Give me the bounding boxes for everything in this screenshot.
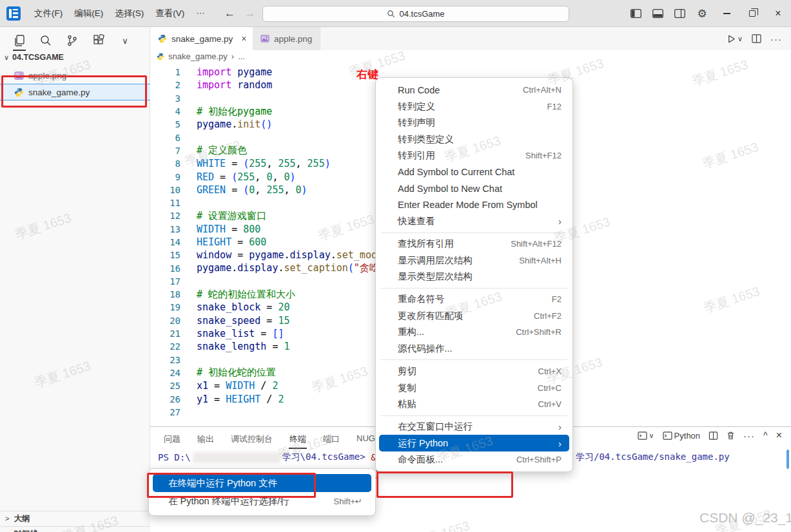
minimize-button[interactable]	[714, 0, 739, 27]
terminal-list-item-python[interactable]: Python	[663, 431, 700, 441]
context-menu-item-11[interactable]: 显示调用层次结构Shift+Alt+H	[379, 252, 569, 269]
close-panel-icon[interactable]: ×	[776, 430, 782, 441]
line-number[interactable]: 2	[150, 80, 181, 90]
line-number[interactable]: 12	[150, 211, 181, 221]
context-menu-item-15[interactable]: 更改所有匹配项Ctrl+F2	[379, 308, 569, 325]
search-icon[interactable]	[38, 32, 54, 50]
extensions-icon[interactable]	[91, 32, 106, 50]
restore-button[interactable]	[739, 0, 765, 27]
line-number[interactable]: 15	[150, 250, 181, 260]
line-number[interactable]: 16	[150, 263, 181, 274]
line-number[interactable]: 7	[150, 146, 181, 156]
terminal-dropdown-chevron-icon[interactable]: ∨	[649, 432, 654, 440]
line-number[interactable]: 23	[150, 355, 181, 365]
context-menu-item-21[interactable]: 粘贴Ctrl+V	[379, 396, 569, 413]
maximize-panel-icon[interactable]: ^	[763, 430, 768, 441]
context-menu-item-25[interactable]: 命令面板...Ctrl+Shift+P	[379, 451, 569, 468]
menubar-item-1[interactable]: 编辑(E)	[68, 5, 109, 22]
line-number[interactable]: 26	[150, 394, 181, 404]
explorer-icon[interactable]	[12, 32, 27, 50]
context-menu-item-16[interactable]: 重构...Ctrl+Shift+R	[379, 324, 569, 341]
menu-item-label: Enter Reader Mode From Symbol	[398, 200, 538, 210]
terminal-command-line[interactable]: PS D:\ 学习\04.tcsGame> & D:/P	[158, 451, 404, 463]
context-menu-item-1[interactable]: 转到定义F12	[379, 99, 569, 115]
toggle-secondary-sidebar-icon[interactable]	[669, 0, 690, 27]
kill-terminal-trash-icon[interactable]	[727, 431, 735, 440]
context-menu-item-17[interactable]: 源代码操作...	[379, 341, 569, 357]
context-menu-item-2[interactable]: 转到声明	[379, 115, 569, 131]
split-terminal-icon[interactable]	[708, 432, 718, 440]
more-actions-icon[interactable]: ···	[770, 33, 782, 44]
toggle-panel-icon[interactable]	[647, 0, 669, 27]
outline-section-header[interactable]: > 大纲	[0, 511, 150, 526]
tab-snake-game-py[interactable]: snake_game.py ×	[150, 27, 255, 50]
panel-tab-1[interactable]: 输出	[197, 431, 215, 449]
line-number[interactable]: 24	[150, 368, 181, 378]
line-number[interactable]: 18	[150, 289, 181, 299]
run-dropdown-chevron-icon[interactable]: ∨	[737, 35, 743, 43]
context-menu-item-7[interactable]: Enter Reader Mode From Symbol	[379, 197, 569, 214]
command-center-search[interactable]: 04.tcsGame	[262, 6, 569, 22]
context-menu-item-0[interactable]: Run CodeCtrl+Alt+N	[379, 82, 569, 99]
line-number[interactable]: 13	[150, 224, 181, 234]
close-button[interactable]: ×	[765, 0, 791, 27]
context-menu-item-12[interactable]: 显示类型层次结构	[379, 269, 569, 285]
line-number[interactable]: 21	[150, 328, 181, 339]
line-number[interactable]: 17	[150, 276, 181, 287]
line-number[interactable]: 14	[150, 237, 181, 247]
line-number[interactable]: 10	[150, 185, 181, 195]
line-number[interactable]: 22	[150, 341, 181, 352]
context-menu-item-8[interactable]: 快速查看›	[379, 213, 569, 230]
context-menu-item-4[interactable]: 转到引用Shift+F12	[379, 147, 569, 164]
context-menu-item-19[interactable]: 剪切Ctrl+X	[379, 363, 569, 380]
context-menu-item-24[interactable]: 运行 Python›	[379, 435, 569, 451]
explorer-root-folder[interactable]: ∨ 04.TCSGAME	[4, 53, 64, 62]
menubar-item-2[interactable]: 选择(S)	[109, 5, 150, 22]
panel-tab-2[interactable]: 调试控制台	[230, 431, 273, 449]
settings-gear-icon[interactable]: ⚙	[690, 7, 714, 21]
context-menu-item-3[interactable]: 转到类型定义	[379, 131, 569, 148]
context-menu-item-10[interactable]: 查找所有引用Shift+Alt+F12	[379, 236, 569, 252]
panel-tab-3[interactable]: 终端	[289, 431, 307, 449]
line-number[interactable]: 1	[150, 67, 181, 77]
panel-tab-4[interactable]: 端口	[322, 431, 340, 449]
context-menu-item-20[interactable]: 复制Ctrl+C	[379, 379, 569, 396]
menu-item-label: 命令面板...	[398, 453, 443, 466]
source-control-icon[interactable]	[64, 32, 80, 50]
toggle-sidebar-icon[interactable]	[625, 0, 647, 27]
menubar-item-0[interactable]: 文件(F)	[28, 5, 68, 22]
run-button[interactable]: ∨	[727, 34, 743, 44]
breadcrumb-tail[interactable]: ...	[238, 52, 245, 61]
forward-arrow-icon[interactable]: →	[244, 7, 255, 20]
tab-apple-png[interactable]: apple.png	[253, 27, 320, 50]
line-number[interactable]: 11	[150, 198, 181, 208]
line-number[interactable]: 6	[150, 133, 181, 143]
breadcrumb-file[interactable]: snake_game.py	[168, 52, 228, 61]
new-terminal-button[interactable]: ∨	[638, 432, 654, 440]
context-menu-item-14[interactable]: 重命名符号F2	[379, 291, 569, 308]
context-menu-item-23[interactable]: 在交互窗口中运行›	[379, 419, 569, 435]
back-arrow-icon[interactable]: ←	[224, 7, 235, 20]
menubar-item-3[interactable]: 查看(V)	[150, 5, 190, 22]
line-number[interactable]: 5	[150, 119, 181, 129]
split-editor-icon[interactable]	[752, 34, 761, 43]
line-number[interactable]: 3	[150, 93, 181, 104]
context-menu-item-6[interactable]: Add Symbol to New Chat	[379, 180, 569, 197]
line-number[interactable]: 27	[150, 407, 181, 417]
line-number[interactable]: 8	[150, 158, 181, 169]
line-number[interactable]: 19	[150, 302, 181, 312]
context-menu-item-5[interactable]: Add Symbol to Current Chat	[379, 164, 569, 181]
menubar-item-4[interactable]: ···	[190, 5, 211, 22]
panel-tab-0[interactable]: 问题	[163, 431, 181, 449]
breadcrumb[interactable]: snake_game.py › ...	[157, 52, 245, 61]
tab-close-icon[interactable]: ×	[241, 33, 246, 44]
line-number[interactable]: 9	[150, 172, 181, 182]
panel-tab-bar: 问题输出调试控制台终端端口NUGET	[163, 431, 387, 449]
line-number[interactable]: 25	[150, 381, 181, 391]
line-number[interactable]: 4	[150, 106, 181, 117]
more-views-chevron-icon[interactable]: ∨	[117, 32, 133, 50]
panel-more-actions-icon[interactable]: ···	[743, 430, 755, 441]
timeline-section-header[interactable]: > 时间线	[0, 526, 150, 532]
line-number[interactable]: 20	[150, 316, 181, 326]
terminal-scrollbar[interactable]	[786, 450, 789, 469]
